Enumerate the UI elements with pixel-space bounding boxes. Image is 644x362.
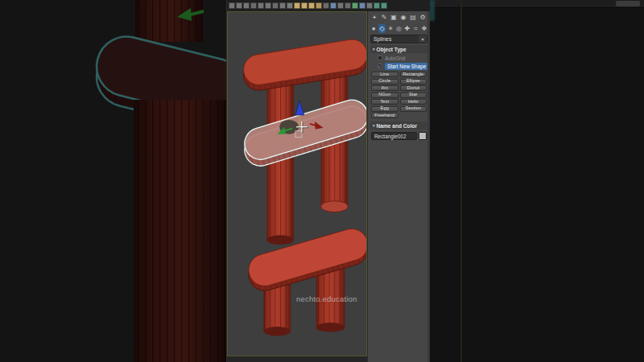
spinner-snap-toggle-icon[interactable] [316,2,322,9]
select-and-link-icon[interactable] [229,2,235,9]
bg-cylinder-top [135,0,203,42]
selection-filter-icon[interactable] [250,2,257,9]
button-section[interactable]: Section [400,106,427,112]
autogrid-checkbox[interactable] [378,56,382,60]
button-freehand[interactable]: Freehand [371,113,398,118]
category-shapes-icon[interactable]: ◇ [378,24,385,33]
lower-table-top[interactable] [245,225,367,294]
select-by-name-icon[interactable] [265,2,271,9]
background-left-blur [0,0,226,362]
bind-to-space-warp-icon[interactable] [243,2,250,9]
background-left-scene [0,0,226,362]
collapse-triangle-icon: ▾ [373,47,375,51]
main-toolbar [227,0,430,11]
viewport-canvas[interactable] [227,11,367,356]
name-and-color-rollout-title: Name and Color [377,123,418,129]
category-helpers-icon[interactable]: ✚ [404,24,411,33]
edit-named-selection-sets-icon[interactable] [323,2,329,9]
button-ngon[interactable]: NGon [371,93,398,98]
render-setup-icon[interactable] [374,2,380,9]
render-production-icon[interactable] [381,2,387,9]
spline-type-value: Splines [374,36,391,42]
background-right-button-blur [616,1,640,6]
max-window: nechto.education +✎▣◉▤⚙ ●◇☀◎✚≈❖ Splines … [226,0,429,362]
select-object-icon[interactable] [258,2,264,9]
collapse-triangle-icon: ▾ [373,123,375,128]
unlink-selection-icon[interactable] [236,2,242,9]
name-and-color-row: Rectangle002 [368,130,430,142]
background-right-teal-blur [429,0,435,21]
material-editor-icon[interactable] [366,2,373,9]
autogrid-row: AutoGrid [368,54,430,62]
object-type-rollout-title: Object Type [377,47,407,52]
background-right-divider [460,0,462,362]
object-name-field[interactable]: Rectangle002 [371,132,417,140]
bg-cylinder-bottom [134,100,226,362]
start-new-shape-label: Start New Shape [385,63,428,70]
schematic-view-icon[interactable] [359,2,365,9]
autogrid-label: AutoGrid [385,56,405,61]
align-icon[interactable] [337,2,344,9]
start-new-shape-checkbox[interactable]: ✓ [378,64,382,68]
button-ellipse[interactable]: Ellipse [400,79,427,84]
select-and-move-icon[interactable] [287,2,293,9]
gizmo-z-arrow-icon[interactable] [295,101,304,115]
category-lights-icon[interactable]: ☀ [387,24,394,33]
button-star[interactable]: Star [400,93,427,98]
upper-table-top[interactable] [242,37,367,93]
toggle-scene-explorer-icon[interactable] [345,2,351,9]
tab-display-icon[interactable]: ▤ [409,13,417,22]
start-new-shape-row: ✓ Start New Shape [368,62,430,70]
viewport-bottom-band [227,356,367,362]
category-geometry-icon[interactable]: ● [370,24,377,33]
tab-modify-icon[interactable]: ✎ [380,13,388,22]
tab-utilities-icon[interactable]: ⚙ [419,13,427,22]
button-line[interactable]: Line [371,72,398,77]
percent-snap-toggle-icon[interactable] [308,2,315,9]
create-categories: ●◇☀◎✚≈❖ [368,23,430,34]
button-donut[interactable]: Donut [400,85,427,91]
object-color-swatch[interactable] [419,132,427,140]
button-text[interactable]: Text [371,99,398,105]
spline-type-dropdown[interactable]: Splines ▾ [370,35,427,43]
object-type-rollout-header[interactable]: ▾ Object Type [370,45,427,53]
mirror-icon[interactable] [330,2,336,9]
snaps-toggle-icon[interactable] [294,2,300,9]
leg-bottom-cap [266,235,294,245]
window-crossing-icon[interactable] [279,2,286,9]
button-egg[interactable]: Egg [371,106,398,112]
leg-bottom-cap [263,327,291,336]
screenshot-stage: nechto.education +✎▣◉▤⚙ ●◇☀◎✚≈❖ Splines … [0,0,644,362]
name-and-color-rollout-header[interactable]: ▾ Name and Color [370,121,427,130]
tab-create-icon[interactable]: + [370,13,378,22]
leg-bottom-cap [316,323,345,332]
command-panel-tabs: +✎▣◉▤⚙ [368,11,430,23]
command-panel: +✎▣◉▤⚙ ●◇☀◎✚≈❖ Splines ▾ ▾ Object Type A… [367,11,430,362]
curve-editor-icon[interactable] [352,2,358,9]
leg-bottom-cap [321,201,349,212]
button-rectangle[interactable]: Rectangle [400,72,427,77]
tab-hierarchy-icon[interactable]: ▣ [390,13,398,22]
chevron-down-icon[interactable]: ▾ [419,35,427,43]
category-space-warps-icon[interactable]: ≈ [412,24,419,33]
watermark: nechto.education [296,294,357,303]
selected-slab[interactable] [241,96,367,170]
background-right-blur [429,0,644,362]
button-circle[interactable]: Circle [371,79,398,84]
shape-buttons-grid: LineRectangleCircleEllipseArcDonutNGonSt… [368,70,430,120]
category-systems-icon[interactable]: ❖ [421,24,427,33]
button-arc[interactable]: Arc [371,85,398,91]
panel-scrollbar[interactable] [427,11,430,362]
rectangular-selection-region-icon[interactable] [272,2,279,9]
angle-snap-toggle-icon[interactable] [301,2,308,9]
button-helix[interactable]: Helix [400,99,427,105]
category-cameras-icon[interactable]: ◎ [395,24,402,33]
tab-motion-icon[interactable]: ◉ [399,13,407,22]
